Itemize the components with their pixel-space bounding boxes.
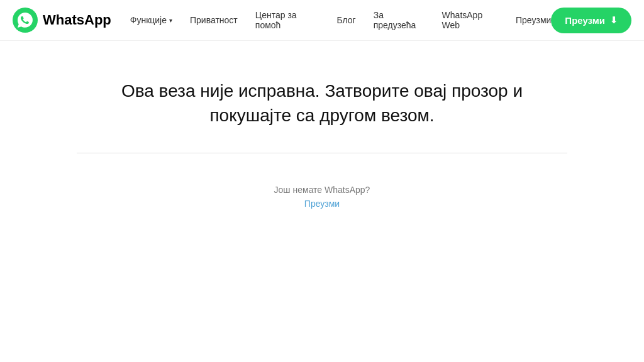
- nav-download-label: Преузми: [516, 15, 551, 25]
- nav-web-label: WhatsApp Web: [442, 10, 483, 30]
- brand-name: WhatsApp: [43, 12, 111, 28]
- no-app-text: Још немате WhatsApp?: [274, 185, 370, 195]
- nav-business-label: За предузећа: [374, 10, 416, 30]
- nav-download-link[interactable]: Преузми: [516, 15, 551, 25]
- download-link[interactable]: Преузми: [304, 199, 340, 209]
- divider: [77, 153, 567, 153]
- nav-privacy-link[interactable]: Приватност: [190, 15, 238, 25]
- nav-privacy-label: Приватност: [190, 15, 238, 25]
- nav-help-link[interactable]: Центар за помоћ: [255, 10, 319, 30]
- error-message: Ова веза није исправна. Затворите овај п…: [121, 79, 523, 128]
- main-content: Ова веза није исправна. Затворите овај п…: [0, 41, 644, 209]
- nav-features-label: Функције: [130, 15, 167, 25]
- logo-link[interactable]: WhatsApp: [13, 8, 111, 33]
- nav-features-link[interactable]: Функције ▾: [130, 15, 172, 25]
- nav-download-button[interactable]: Преузми ⬇: [551, 8, 631, 33]
- nav-download-btn-label: Преузми: [565, 15, 605, 26]
- download-prompt: Још немате WhatsApp? Преузми: [274, 185, 370, 209]
- nav-links: Функције ▾ Приватност Центар за помоћ Бл…: [130, 10, 552, 30]
- navbar: WhatsApp Функције ▾ Приватност Центар за…: [0, 0, 644, 41]
- nav-blog-link[interactable]: Блог: [336, 15, 355, 25]
- whatsapp-logo-icon: [13, 8, 38, 33]
- nav-web-link[interactable]: WhatsApp Web: [442, 10, 498, 30]
- chevron-down-icon: ▾: [169, 17, 172, 24]
- download-icon: ⬇: [610, 15, 618, 25]
- nav-blog-label: Блог: [336, 15, 355, 25]
- nav-business-link[interactable]: За предузећа: [374, 10, 425, 30]
- nav-help-label: Центар за помоћ: [255, 10, 297, 30]
